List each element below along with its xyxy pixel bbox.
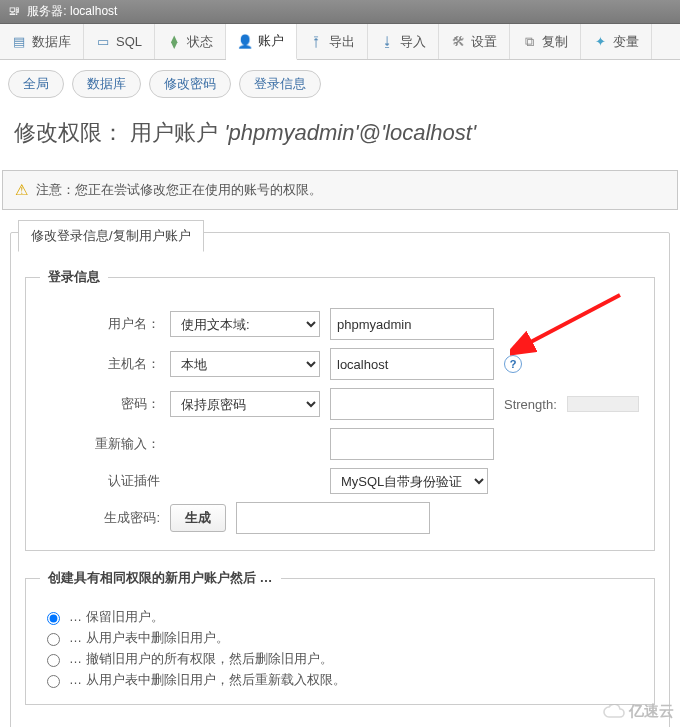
tab-label: 账户	[258, 32, 284, 50]
db-icon: ▤	[12, 35, 26, 49]
card-header: 修改登录信息/复制用户账户	[18, 220, 204, 252]
watermark-text: 亿速云	[629, 702, 674, 721]
tab-replication[interactable]: ⧉复制	[510, 24, 581, 59]
server-prefix: 服务器:	[27, 4, 66, 18]
login-info-fieldset: 登录信息 用户名： 使用文本域: 主机名： 本地 ? 密码： 保持原密码 Str…	[25, 268, 655, 551]
title-account: 'phpmyadmin'@'localhost'	[224, 120, 476, 145]
tab-variables[interactable]: ✦变量	[581, 24, 652, 59]
login-card: 修改登录信息/复制用户账户 登录信息 用户名： 使用文本域: 主机名： 本地 ?…	[10, 232, 670, 727]
host-mode-select[interactable]: 本地	[170, 351, 320, 377]
username-label: 用户名：	[40, 315, 160, 333]
chip-change-password[interactable]: 修改密码	[149, 70, 231, 98]
chip-global[interactable]: 全局	[8, 70, 64, 98]
row-password: 密码： 保持原密码 Strength:	[40, 388, 640, 420]
generated-password-input[interactable]	[236, 502, 430, 534]
row-generate: 生成密码: 生成	[40, 502, 640, 534]
tab-label: 复制	[542, 33, 568, 51]
server-icon: 🖳	[8, 4, 20, 18]
server-bar: 🖳 服务器: localhost	[0, 0, 680, 24]
auth-label: 认证插件	[40, 472, 160, 490]
clone-option-delete[interactable]: … 从用户表中删除旧用户。	[42, 629, 638, 647]
row-host: 主机名： 本地 ?	[40, 348, 640, 380]
clone-user-legend: 创建具有相同权限的新用户账户然后 …	[40, 569, 281, 587]
tab-sql[interactable]: ▭SQL	[84, 24, 155, 59]
chip-login-info[interactable]: 登录信息	[239, 70, 321, 98]
generate-button[interactable]: 生成	[170, 504, 226, 532]
tab-databases[interactable]: ▤数据库	[0, 24, 84, 59]
status-icon: ⧫	[167, 35, 181, 49]
tab-label: 数据库	[32, 33, 71, 51]
tab-label: 设置	[471, 33, 497, 51]
host-label: 主机名：	[40, 355, 160, 373]
top-nav: ▤数据库 ▭SQL ⧫状态 👤账户 ⭱导出 ⭳导入 🛠设置 ⧉复制 ✦变量	[0, 24, 680, 60]
import-icon: ⭳	[380, 35, 394, 49]
account-icon: 👤	[238, 34, 252, 48]
tab-label: 变量	[613, 33, 639, 51]
tab-settings[interactable]: 🛠设置	[439, 24, 510, 59]
settings-icon: 🛠	[451, 35, 465, 49]
page-title: 修改权限： 用户账户 'phpmyadmin'@'localhost'	[14, 118, 666, 148]
tab-export[interactable]: ⭱导出	[297, 24, 368, 59]
row-retype: 重新输入：	[40, 428, 640, 460]
password-label: 密码：	[40, 395, 160, 413]
clone-options: … 保留旧用户。 … 从用户表中删除旧用户。 … 撤销旧用户的所有权限，然后删除…	[40, 601, 640, 696]
copy-icon: ⧉	[522, 35, 536, 49]
clone-option-label: … 撤销旧用户的所有权限，然后删除旧用户。	[69, 650, 333, 668]
row-username: 用户名： 使用文本域:	[40, 308, 640, 340]
auth-plugin-select[interactable]: MySQL自带身份验证	[330, 468, 488, 494]
clone-option-reload[interactable]: … 从用户表中删除旧用户，然后重新载入权限。	[42, 671, 638, 689]
warning-icon: ⚠	[15, 181, 28, 199]
notice-text: 注意：您正在尝试修改您正在使用的账号的权限。	[36, 181, 322, 199]
strength-label: Strength:	[504, 397, 557, 412]
strength-meter	[567, 396, 639, 412]
row-auth-plugin: 认证插件 MySQL自带身份验证	[40, 468, 640, 494]
tab-import[interactable]: ⭳导入	[368, 24, 439, 59]
tab-status[interactable]: ⧫状态	[155, 24, 226, 59]
clone-radio-reload[interactable]	[47, 675, 60, 688]
clone-user-fieldset: 创建具有相同权限的新用户账户然后 … … 保留旧用户。 … 从用户表中删除旧用户…	[25, 569, 655, 705]
sub-nav: 全局 数据库 修改密码 登录信息	[0, 60, 680, 108]
password-input[interactable]	[330, 388, 494, 420]
clone-option-label: … 保留旧用户。	[69, 608, 164, 626]
clone-option-revoke[interactable]: … 撤销旧用户的所有权限，然后删除旧用户。	[42, 650, 638, 668]
tab-accounts[interactable]: 👤账户	[226, 24, 297, 60]
tab-label: 导出	[329, 33, 355, 51]
clone-option-label: … 从用户表中删除旧用户。	[69, 629, 229, 647]
retype-label: 重新输入：	[40, 435, 160, 453]
clone-radio-keep[interactable]	[47, 612, 60, 625]
clone-option-label: … 从用户表中删除旧用户，然后重新载入权限。	[69, 671, 346, 689]
vars-icon: ✦	[593, 35, 607, 49]
help-icon[interactable]: ?	[504, 355, 522, 373]
title-lead: 修改权限： 用户账户	[14, 120, 224, 145]
password-mode-select[interactable]: 保持原密码	[170, 391, 320, 417]
chip-database[interactable]: 数据库	[72, 70, 141, 98]
clone-radio-revoke[interactable]	[47, 654, 60, 667]
sql-icon: ▭	[96, 35, 110, 49]
watermark: 亿速云	[603, 702, 674, 721]
generate-label: 生成密码:	[40, 509, 160, 527]
cloud-icon	[603, 704, 625, 720]
notice-banner: ⚠ 注意：您正在尝试修改您正在使用的账号的权限。	[2, 170, 678, 210]
export-icon: ⭱	[309, 35, 323, 49]
clone-option-keep[interactable]: … 保留旧用户。	[42, 608, 638, 626]
retype-input[interactable]	[330, 428, 494, 460]
login-info-legend: 登录信息	[40, 268, 108, 286]
tab-label: 导入	[400, 33, 426, 51]
tab-label: SQL	[116, 34, 142, 49]
tab-label: 状态	[187, 33, 213, 51]
host-input[interactable]	[330, 348, 494, 380]
username-mode-select[interactable]: 使用文本域:	[170, 311, 320, 337]
username-input[interactable]	[330, 308, 494, 340]
server-name: localhost	[70, 4, 117, 18]
clone-radio-delete[interactable]	[47, 633, 60, 646]
